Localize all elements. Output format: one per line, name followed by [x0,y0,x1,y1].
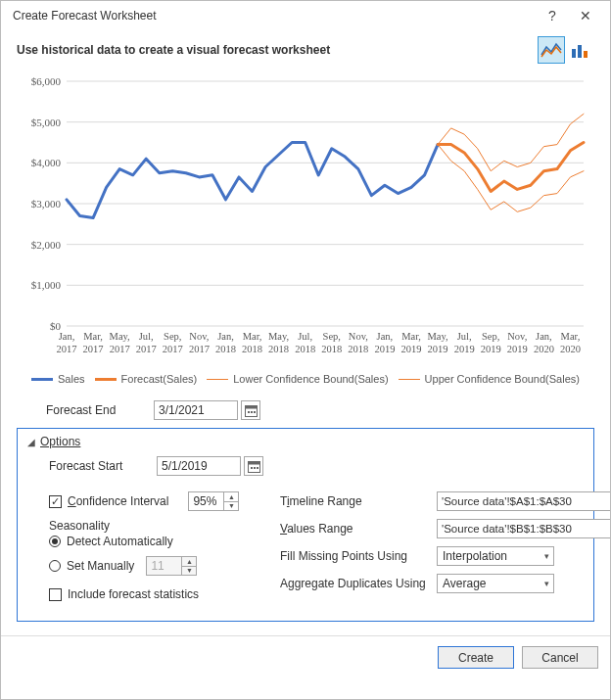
calendar-icon [248,460,260,473]
forecast-start-label: Forecast Start [49,459,157,473]
timeline-range-label: Timeline Range [280,494,437,508]
svg-text:Sep,: Sep, [482,331,499,342]
legend-forecast: Forecast(Sales) [121,373,198,385]
aggregate-dropdown[interactable]: Average▾ [437,574,554,593]
options-collapse-toggle[interactable]: ◢ [27,437,35,447]
svg-text:Mar,: Mar, [561,331,581,342]
svg-text:$2,000: $2,000 [31,239,62,251]
svg-text:Jul,: Jul, [298,331,312,342]
chart-legend: Sales Forecast(Sales) Lower Confidence B… [17,373,594,385]
forecast-start-input[interactable]: 5/1/2019 [157,456,241,476]
svg-rect-1 [578,45,582,58]
svg-text:May,: May, [268,331,289,342]
include-stats-label: Include forecast statistics [68,587,199,601]
chart-type-column-button[interactable] [567,36,594,64]
svg-text:Nov,: Nov, [189,331,209,342]
confidence-interval-label: Confidence Interval [68,494,168,508]
seasonality-manual-radio[interactable] [49,560,61,572]
svg-text:Jan,: Jan, [377,331,394,342]
svg-text:2018: 2018 [215,344,236,354]
svg-text:Jul,: Jul, [457,331,472,342]
options-label: Options [40,435,80,448]
svg-text:2017: 2017 [57,344,77,354]
timeline-range-input[interactable]: 'Source data'!$A$1:$A$30 [437,491,611,511]
svg-text:Mar,: Mar, [401,331,421,342]
svg-text:2019: 2019 [401,344,422,354]
forecast-end-input[interactable]: 3/1/2021 [154,400,238,420]
svg-text:2019: 2019 [507,344,528,354]
options-panel: ◢ Options Forecast Start 5/1/2019 ✓ Conf… [17,428,594,622]
forecast-chart: $0$1,000$2,000$3,000$4,000$5,000$6,000Ja… [20,73,591,367]
divider [0,635,611,636]
svg-rect-0 [572,49,576,58]
svg-rect-61 [254,411,256,413]
svg-text:2017: 2017 [110,344,130,354]
svg-text:Nov,: Nov, [349,331,368,342]
svg-text:Jul,: Jul, [139,331,154,342]
svg-text:May,: May, [110,331,130,342]
svg-text:2018: 2018 [321,344,342,354]
seasonality-label: Seasonality [49,519,110,533]
svg-text:2017: 2017 [189,344,210,354]
svg-rect-65 [254,467,256,469]
svg-text:Mar,: Mar, [243,331,262,342]
svg-text:Jan,: Jan, [536,331,552,342]
fill-missing-dropdown[interactable]: Interpolation▾ [437,546,554,566]
dialog-title: Create Forecast Worksheet [13,9,536,23]
svg-text:2017: 2017 [163,344,183,354]
svg-text:Mar,: Mar, [83,331,103,342]
close-button[interactable]: ✕ [569,4,602,27]
legend-sales: Sales [58,373,85,385]
help-button[interactable]: ? [536,4,569,27]
values-range-label: Values Range [280,522,437,536]
seasonality-manual-spinner[interactable]: 11 ▲▼ [146,556,197,576]
svg-text:Jan,: Jan, [217,331,234,342]
forecast-end-datepicker-button[interactable] [241,400,260,420]
svg-text:2019: 2019 [454,344,475,354]
forecast-start-datepicker-button[interactable] [244,456,263,476]
legend-lower: Lower Confidence Bound(Sales) [233,373,388,385]
values-range-input[interactable]: 'Source data'!$B$1:$B$30 [437,519,611,538]
svg-text:2017: 2017 [83,344,104,354]
svg-text:Jan,: Jan, [59,331,75,342]
forecast-end-label: Forecast End [46,403,154,417]
svg-text:$5,000: $5,000 [31,117,62,128]
include-stats-checkbox[interactable] [49,588,62,601]
svg-text:Nov,: Nov, [507,331,527,342]
svg-text:2020: 2020 [534,344,554,354]
svg-text:2018: 2018 [348,344,368,354]
svg-rect-2 [584,51,588,58]
seasonality-auto-label: Detect Automatically [67,535,173,548]
seasonality-manual-label: Set Manually [67,559,134,573]
column-chart-icon [570,41,591,59]
confidence-interval-spinner[interactable]: 95% ▲▼ [188,491,239,511]
svg-text:Sep,: Sep, [164,331,181,342]
confidence-interval-checkbox[interactable]: ✓ [49,495,62,508]
svg-text:2018: 2018 [268,344,289,354]
svg-text:$3,000: $3,000 [31,198,62,210]
svg-rect-59 [248,411,250,413]
svg-rect-66 [257,467,258,469]
create-button[interactable]: Create [438,646,514,669]
svg-text:$6,000: $6,000 [31,75,62,87]
line-chart-icon [540,41,562,59]
svg-text:$1,000: $1,000 [31,279,62,291]
dialog-subtitle: Use historical data to create a visual f… [17,43,536,57]
svg-text:May,: May, [427,331,447,342]
svg-text:Sep,: Sep, [323,331,341,342]
svg-text:2018: 2018 [295,344,315,354]
svg-text:2020: 2020 [560,344,581,354]
svg-text:2019: 2019 [428,344,448,354]
svg-rect-64 [251,467,253,469]
aggregate-label: Aggregate Duplicates Using [280,577,437,590]
seasonality-auto-radio[interactable] [49,536,61,547]
svg-rect-60 [251,411,253,413]
svg-rect-58 [245,405,257,408]
svg-text:$4,000: $4,000 [31,157,62,168]
svg-rect-63 [248,461,259,464]
svg-text:2017: 2017 [136,344,157,354]
chart-type-line-button[interactable] [538,36,565,64]
svg-text:2019: 2019 [374,344,395,354]
cancel-button[interactable]: Cancel [522,646,598,669]
legend-upper: Upper Confidence Bound(Sales) [425,373,580,385]
